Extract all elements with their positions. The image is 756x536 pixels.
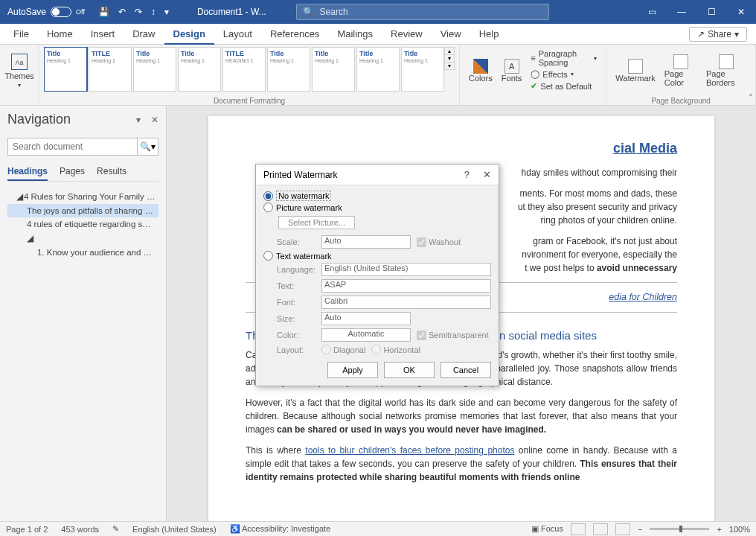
gallery-more-icon: ▾	[445, 63, 454, 69]
focus-button[interactable]: ▣ Focus	[531, 524, 563, 534]
style-item[interactable]: TitleHeading 1	[401, 47, 444, 92]
tab-home[interactable]: Home	[38, 24, 82, 45]
tab-references[interactable]: References	[261, 24, 328, 45]
web-layout-icon[interactable]	[615, 523, 630, 535]
style-item[interactable]: TITLEHEADING 1	[222, 47, 266, 92]
layout-label: Layout:	[277, 345, 315, 354]
nav-search-input[interactable]	[8, 138, 137, 155]
effects-button[interactable]: ◯Effects▾	[531, 69, 597, 79]
horizontal-radio: Horizontal	[371, 345, 420, 354]
page-color-button[interactable]: Page Color	[660, 47, 702, 95]
tab-layout[interactable]: Layout	[214, 24, 261, 45]
nav-tab-results[interactable]: Results	[97, 166, 126, 181]
spell-check-icon[interactable]: ✎	[112, 524, 119, 534]
spacing-icon: ≡	[531, 54, 535, 63]
share-button[interactable]: ↗ Share ▾	[689, 27, 747, 42]
tab-help[interactable]: Help	[470, 24, 508, 45]
save-icon[interactable]: 💾	[98, 7, 109, 17]
tab-review[interactable]: Review	[382, 24, 432, 45]
nav-tree: ◢4 Rules for Sharing Your Family Phot...…	[7, 189, 158, 259]
redo-icon[interactable]: ↷	[135, 7, 142, 17]
paragraph-spacing-button[interactable]: ≡Paragraph Spacing▾	[531, 49, 597, 67]
nav-tab-pages[interactable]: Pages	[60, 166, 85, 181]
undo-icon[interactable]: ↶	[118, 7, 126, 17]
search-box[interactable]: 🔍 Search	[296, 4, 549, 20]
text-label: Text:	[277, 281, 315, 290]
radio-input[interactable]	[263, 202, 273, 212]
read-mode-icon[interactable]	[571, 523, 586, 535]
themes-button[interactable]: Aa Themes ▾	[4, 47, 34, 95]
close-icon[interactable]: ✕	[726, 0, 756, 24]
dialog-close-icon[interactable]: ✕	[483, 169, 491, 180]
language-status[interactable]: English (United States)	[132, 525, 217, 534]
style-item[interactable]: TitleHeading 1	[312, 47, 355, 92]
nav-search[interactable]: 🔍▾	[7, 138, 158, 156]
page-borders-button[interactable]: Page Borders	[702, 47, 751, 95]
picture-watermark-radio[interactable]: Picture watermark	[263, 202, 491, 213]
tree-item[interactable]: 4 rules of etiquette regarding sha...	[7, 217, 158, 231]
autosave-state: Off	[76, 8, 85, 16]
text-watermark-radio[interactable]: Text watermark	[263, 250, 491, 261]
tab-design[interactable]: Design	[164, 24, 214, 45]
nav-tab-headings[interactable]: Headings	[7, 166, 48, 181]
zoom-out-icon[interactable]: −	[638, 525, 642, 534]
tree-item[interactable]: The joys and pitfalls of sharing yo...	[7, 204, 158, 217]
ribbon: Aa Themes ▾ TitleHeading 1 TITLEHeading …	[0, 45, 756, 106]
word-count[interactable]: 453 words	[61, 525, 99, 534]
style-item[interactable]: TitleHeading 1	[267, 47, 310, 92]
gallery-scrollbar[interactable]: ▴▾▾	[444, 47, 455, 70]
maximize-icon[interactable]: ☐	[696, 0, 726, 24]
nav-close-icon[interactable]: ✕	[151, 115, 158, 125]
collapse-ribbon-icon[interactable]: ˄	[749, 93, 753, 103]
style-item[interactable]: TitleHeading 1	[356, 47, 400, 92]
fonts-button[interactable]: A Fonts	[497, 47, 527, 95]
zoom-slider[interactable]	[650, 528, 709, 530]
style-item[interactable]: TitleHeading 1	[178, 47, 221, 92]
tab-view[interactable]: View	[432, 24, 470, 45]
watermark-button[interactable]: Watermark	[611, 47, 659, 95]
tab-file[interactable]: File	[4, 24, 38, 45]
zoom-level[interactable]: 100%	[729, 525, 750, 534]
ribbon-display-icon[interactable]: ▭	[637, 0, 667, 24]
nav-dropdown-icon[interactable]: ▾	[136, 115, 141, 125]
nav-title: Navigation	[7, 112, 71, 127]
themes-group: Aa Themes ▾	[0, 45, 39, 105]
nav-search-button[interactable]: 🔍▾	[137, 138, 158, 155]
zoom-in-icon[interactable]: +	[717, 525, 721, 534]
tab-insert[interactable]: Insert	[82, 24, 124, 45]
style-item[interactable]: TITLEHeading 1	[89, 47, 132, 92]
tree-item[interactable]: 1. Know your audience and se...	[7, 246, 158, 259]
autosave-toggle[interactable]: AutoSave Off	[0, 7, 92, 17]
doc-paragraph: However, it's a fact that the digital wo…	[246, 396, 677, 436]
apply-button[interactable]: Apply	[327, 362, 378, 378]
style-item[interactable]: TitleHeading 1	[44, 47, 87, 92]
style-item[interactable]: TitleHeading 1	[133, 47, 176, 92]
radio-input[interactable]	[263, 191, 273, 201]
radio-label: No watermark	[276, 191, 331, 201]
tab-draw[interactable]: Draw	[124, 24, 164, 45]
doc-link[interactable]: tools to blur children's faces before po…	[305, 445, 514, 456]
page-count[interactable]: Page 1 of 2	[6, 525, 48, 534]
print-layout-icon[interactable]	[593, 523, 608, 535]
group-label: Document Formatting	[39, 97, 459, 105]
minimize-icon[interactable]: —	[667, 0, 696, 24]
nav-tabs: Headings Pages Results	[7, 166, 158, 182]
ok-button[interactable]: OK	[384, 362, 435, 378]
accessibility-status[interactable]: ♿ Accessibility: Investigate	[230, 524, 331, 534]
tree-item[interactable]: ◢4 Rules for Sharing Your Family Phot...	[7, 189, 158, 204]
size-label: Size:	[277, 314, 315, 323]
radio-input[interactable]	[263, 251, 273, 261]
colors-button[interactable]: Colors	[464, 47, 497, 95]
help-icon[interactable]: ?	[464, 169, 470, 180]
document-title: Document1 - W...	[197, 7, 266, 17]
touch-mode-icon[interactable]: ↕	[151, 7, 156, 17]
qat-dropdown-icon[interactable]: ▾	[164, 7, 169, 17]
cancel-button[interactable]: Cancel	[441, 362, 491, 378]
no-watermark-radio[interactable]: No watermark	[263, 190, 491, 202]
tab-mailings[interactable]: Mailings	[328, 24, 382, 45]
watermark-icon	[628, 59, 643, 74]
themes-icon: Aa	[11, 54, 28, 70]
set-default-button[interactable]: ✔Set as Default	[531, 81, 597, 91]
text-select: ASAP	[321, 279, 491, 293]
tree-caret[interactable]: ◢	[7, 231, 158, 246]
